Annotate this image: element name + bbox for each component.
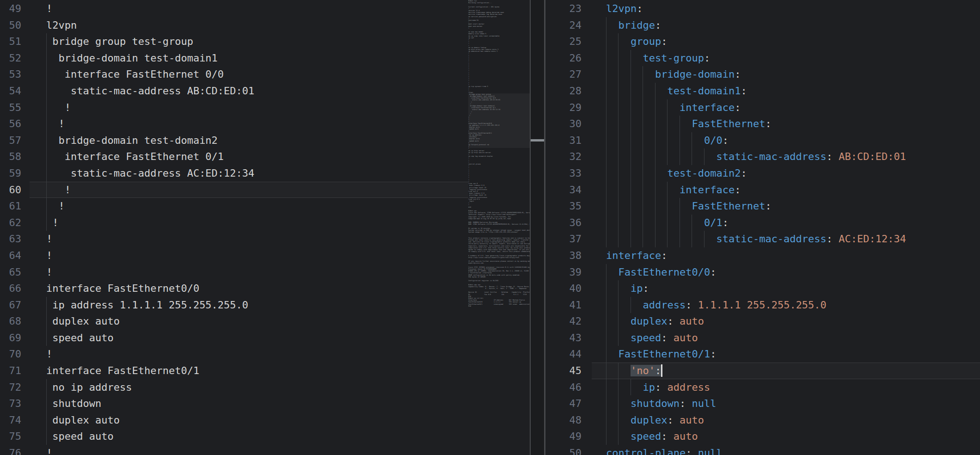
line-number[interactable]: 66 bbox=[0, 280, 21, 297]
code-text[interactable]: ! bbox=[46, 231, 52, 247]
code-text[interactable]: speed auto bbox=[46, 428, 114, 445]
line-number[interactable]: 74 bbox=[0, 412, 21, 429]
code-text[interactable]: ! bbox=[46, 182, 71, 198]
code-text[interactable]: ! bbox=[46, 247, 52, 264]
code-text[interactable]: FastEthernet0/0: bbox=[606, 264, 716, 281]
code-line[interactable]: 67 ip address 1.1.1.1 255.255.255.0 bbox=[0, 297, 468, 314]
code-text[interactable]: bridge-domain: bbox=[606, 66, 741, 83]
line-number[interactable]: 33 bbox=[545, 165, 582, 182]
line-number[interactable]: 73 bbox=[0, 395, 21, 412]
line-number[interactable]: 44 bbox=[545, 346, 582, 363]
code-line[interactable]: 72 no ip address bbox=[0, 379, 468, 396]
line-number[interactable]: 62 bbox=[0, 215, 21, 231]
line-number[interactable]: 70 bbox=[0, 346, 21, 363]
line-number[interactable]: 30 bbox=[545, 116, 582, 132]
line-number[interactable]: 53 bbox=[0, 66, 21, 83]
code-line[interactable]: 50l2vpn bbox=[0, 17, 468, 34]
line-number[interactable]: 76 bbox=[0, 445, 21, 455]
code-line[interactable]: 69 speed auto bbox=[0, 330, 468, 346]
line-number[interactable]: 38 bbox=[545, 247, 582, 264]
line-number[interactable]: 65 bbox=[0, 264, 21, 281]
code-line[interactable]: 50control-plane: null bbox=[545, 445, 980, 455]
code-line[interactable]: 23l2vpn: bbox=[545, 0, 980, 17]
line-number[interactable]: 41 bbox=[545, 297, 582, 314]
code-line[interactable]: 65! bbox=[0, 264, 468, 281]
code-line[interactable]: 27 bridge-domain: bbox=[545, 66, 980, 83]
code-line[interactable]: 34 interface: bbox=[545, 182, 980, 198]
code-line[interactable]: 52 bridge-domain test-domain1 bbox=[0, 50, 468, 67]
line-number[interactable]: 58 bbox=[0, 148, 21, 165]
code-text[interactable]: address: 1.1.1.1 255.255.255.0 bbox=[606, 297, 827, 314]
code-text[interactable]: interface FastEthernet0/0 bbox=[46, 280, 199, 297]
code-text[interactable]: ! bbox=[46, 215, 59, 231]
line-number[interactable]: 75 bbox=[0, 428, 21, 445]
code-text[interactable]: FastEthernet: bbox=[606, 198, 772, 215]
code-line[interactable]: 25 group: bbox=[545, 33, 980, 50]
code-text[interactable]: bridge-domain test-domain2 bbox=[46, 132, 218, 149]
code-line[interactable]: 76! bbox=[0, 445, 468, 455]
line-number[interactable]: 61 bbox=[0, 198, 21, 215]
code-text[interactable]: static-mac-address: AC:ED:12:34 bbox=[606, 231, 906, 247]
code-line[interactable]: 36 0/1: bbox=[545, 215, 980, 231]
line-number[interactable]: 52 bbox=[0, 50, 21, 67]
code-line[interactable]: 37 static-mac-address: AC:ED:12:34 bbox=[545, 231, 980, 247]
line-number[interactable]: 25 bbox=[545, 33, 582, 50]
code-line[interactable]: 64! bbox=[0, 247, 468, 264]
code-line[interactable]: 33 test-domain2: bbox=[545, 165, 980, 182]
code-text[interactable]: test-domain2: bbox=[606, 165, 747, 182]
line-number[interactable]: 47 bbox=[545, 395, 582, 412]
code-line[interactable]: 60 ! bbox=[0, 182, 468, 198]
code-text[interactable]: speed: auto bbox=[606, 428, 698, 445]
line-number[interactable]: 56 bbox=[0, 116, 21, 132]
code-line[interactable]: 31 0/0: bbox=[545, 132, 980, 149]
code-line[interactable]: 56 ! bbox=[0, 116, 468, 132]
line-number[interactable]: 24 bbox=[545, 17, 582, 34]
line-number[interactable]: 32 bbox=[545, 148, 582, 165]
code-line[interactable]: 40 ip: bbox=[545, 280, 980, 297]
code-text[interactable]: interface FastEthernet0/1 bbox=[46, 363, 199, 379]
code-text[interactable]: ! bbox=[46, 264, 52, 281]
code-text[interactable]: interface FastEthernet 0/0 bbox=[46, 66, 224, 83]
line-number[interactable]: 67 bbox=[0, 297, 21, 314]
line-number[interactable]: 63 bbox=[0, 231, 21, 247]
line-number[interactable]: 50 bbox=[0, 17, 21, 34]
line-number[interactable]: 46 bbox=[545, 379, 582, 396]
code-text[interactable]: duplex auto bbox=[46, 313, 120, 330]
code-line[interactable]: 30 FastEthernet: bbox=[545, 116, 980, 132]
line-number[interactable]: 68 bbox=[0, 313, 21, 330]
code-text[interactable]: static-mac-address AC:ED:12:34 bbox=[46, 165, 254, 182]
line-number[interactable]: 71 bbox=[0, 363, 21, 379]
code-text[interactable]: test-domain1: bbox=[606, 83, 747, 99]
line-number[interactable]: 49 bbox=[545, 428, 582, 445]
code-text[interactable]: shutdown: null bbox=[606, 395, 716, 412]
code-line[interactable]: 26 test-group: bbox=[545, 50, 980, 67]
code-line[interactable]: 39 FastEthernet0/0: bbox=[545, 264, 980, 281]
code-line[interactable]: 75 speed auto bbox=[0, 428, 468, 445]
code-line[interactable]: 44 FastEthernet0/1: bbox=[545, 346, 980, 363]
code-line[interactable]: 47 shutdown: null bbox=[545, 395, 980, 412]
code-text[interactable]: no ip address bbox=[46, 379, 132, 396]
code-line[interactable]: 58 interface FastEthernet 0/1 bbox=[0, 148, 468, 165]
code-text[interactable]: bridge group test-group bbox=[46, 33, 193, 50]
minimap-viewport-slider[interactable] bbox=[468, 93, 530, 148]
code-text[interactable]: ! bbox=[46, 445, 52, 455]
code-line[interactable]: 49! bbox=[0, 0, 468, 17]
code-line[interactable]: 29 interface: bbox=[545, 99, 980, 116]
line-number[interactable]: 72 bbox=[0, 379, 21, 396]
line-number[interactable]: 59 bbox=[0, 165, 21, 182]
code-line[interactable]: 48 duplex: auto bbox=[545, 412, 980, 429]
code-line[interactable]: 70! bbox=[0, 346, 468, 363]
code-text[interactable]: interface: bbox=[606, 182, 741, 198]
code-line[interactable]: 43 speed: auto bbox=[545, 330, 980, 346]
line-number[interactable]: 28 bbox=[545, 83, 582, 99]
code-line[interactable]: 74 duplex auto bbox=[0, 412, 468, 429]
code-line[interactable]: 62 ! bbox=[0, 215, 468, 231]
code-line[interactable]: 66interface FastEthernet0/0 bbox=[0, 280, 468, 297]
code-text[interactable]: FastEthernet: bbox=[606, 116, 772, 132]
line-number[interactable]: 50 bbox=[545, 445, 582, 455]
code-text[interactable]: 0/0: bbox=[606, 132, 729, 149]
code-line[interactable]: 41 address: 1.1.1.1 255.255.255.0 bbox=[545, 297, 980, 314]
code-line[interactable]: 32 static-mac-address: AB:CD:ED:01 bbox=[545, 148, 980, 165]
code-text[interactable]: ip address 1.1.1.1 255.255.255.0 bbox=[46, 297, 248, 314]
code-line[interactable]: 38interface: bbox=[545, 247, 980, 264]
